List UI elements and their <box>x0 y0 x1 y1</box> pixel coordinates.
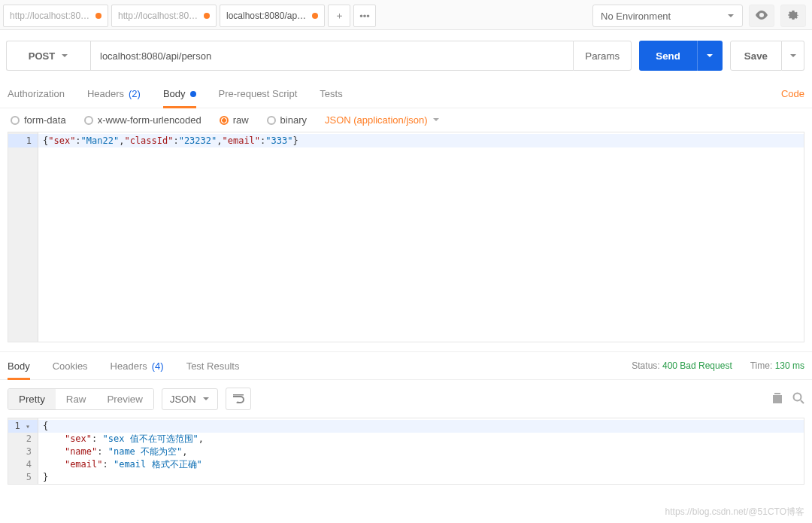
response-meta: Status: 400 Bad Request Time: 130 ms <box>632 360 804 371</box>
tab-body[interactable]: Body <box>163 81 196 108</box>
format-select[interactable]: JSON <box>162 388 218 410</box>
save-button-group: Save <box>730 41 804 71</box>
content-type-select[interactable]: JSON (application/json) <box>325 114 440 126</box>
body-type-urlencoded[interactable]: x-www-form-urlencoded <box>84 114 201 126</box>
response-view-bar: Pretty Raw Preview JSON <box>0 380 812 418</box>
time-label: Time: 130 ms <box>750 360 804 371</box>
send-button-group: Send <box>639 41 723 71</box>
body-options: form-data x-www-form-urlencoded raw bina… <box>0 108 812 132</box>
topbar: http://localhost:8002/ http://localhost:… <box>0 0 812 30</box>
environment-label: No Environment <box>601 11 671 22</box>
tab-prerequest[interactable]: Pre-request Script <box>219 80 298 108</box>
save-button[interactable]: Save <box>730 41 782 71</box>
environment-select[interactable]: No Environment <box>592 5 743 27</box>
tab-tests[interactable]: Tests <box>320 80 342 108</box>
view-mode-segment: Pretty Raw Preview <box>8 388 154 410</box>
resp-tab-body[interactable]: Body <box>8 353 30 380</box>
ellipsis-icon: ••• <box>359 11 370 22</box>
response-action-icons <box>771 392 804 406</box>
response-section-tabs: Body Cookies Headers (4) Test Results St… <box>0 351 812 380</box>
line-wrap-button[interactable] <box>226 388 251 410</box>
request-tab-3[interactable]: localhost:8080/api/pe <box>220 5 325 27</box>
svg-point-0 <box>794 393 801 400</box>
resp-tab-test-results[interactable]: Test Results <box>186 352 240 379</box>
code-link[interactable]: Code <box>781 88 804 99</box>
body-type-raw[interactable]: raw <box>220 114 249 126</box>
eye-icon <box>755 11 768 22</box>
view-raw[interactable]: Raw <box>56 389 97 409</box>
tab-title: http://localhost:8002/ <box>10 11 91 21</box>
chevron-down-icon <box>432 114 440 126</box>
send-button[interactable]: Send <box>639 41 697 71</box>
resp-tab-cookies[interactable]: Cookies <box>53 352 88 379</box>
tab-authorization[interactable]: Authorization <box>8 80 65 108</box>
body-indicator-icon <box>190 91 196 97</box>
status-value: 400 Bad Request <box>662 360 732 371</box>
params-button[interactable]: Params <box>573 41 632 71</box>
editor-code-area[interactable]: { "sex": "sex 值不在可选范围", "name": "name 不能… <box>38 418 804 484</box>
unsaved-dot-icon <box>204 13 210 19</box>
resp-headers-count: (4) <box>152 360 164 372</box>
tabstrip: http://localhost:8002/ http://localhost:… <box>3 0 586 27</box>
settings-button[interactable] <box>780 5 806 27</box>
save-dropdown-button[interactable] <box>782 41 804 71</box>
method-select[interactable]: POST <box>6 41 90 71</box>
unsaved-dot-icon <box>95 13 102 19</box>
view-preview[interactable]: Preview <box>96 389 153 409</box>
environment-area: No Environment <box>586 0 812 27</box>
wrap-icon <box>232 393 244 406</box>
status-label: Status: 400 Bad Request <box>632 360 732 371</box>
more-tabs-button[interactable]: ••• <box>353 5 376 27</box>
gear-icon <box>787 9 799 23</box>
time-value: 130 ms <box>775 360 804 371</box>
request-row: POST Params Send Save <box>0 30 812 80</box>
radio-icon <box>84 116 93 125</box>
request-tab-2[interactable]: http://localhost:8002/ <box>111 5 217 27</box>
env-preview-button[interactable] <box>749 5 774 27</box>
chevron-down-icon <box>727 11 735 22</box>
editor-gutter: 1 ▾ 2 3 4 5 <box>8 418 38 484</box>
new-tab-button[interactable]: ＋ <box>328 5 350 27</box>
chevron-down-icon <box>706 50 714 62</box>
request-body-editor[interactable]: 1 {"sex":"Man22","classId":"23232","emai… <box>8 132 804 342</box>
request-section-tabs: Authorization Headers (2) Body Pre-reque… <box>0 80 812 108</box>
unsaved-dot-icon <box>312 13 318 19</box>
plus-icon: ＋ <box>335 9 344 23</box>
send-dropdown-button[interactable] <box>697 41 723 71</box>
search-icon[interactable] <box>792 392 804 406</box>
radio-icon <box>267 116 276 125</box>
watermark-text: https://blog.csdn.net/@51CTO博客 <box>665 506 804 518</box>
url-input[interactable] <box>90 41 573 71</box>
response-body-editor[interactable]: 1 ▾ 2 3 4 5 { "sex": "sex 值不在可选范围", "nam… <box>8 418 804 485</box>
view-pretty[interactable]: Pretty <box>8 389 56 409</box>
copy-icon[interactable] <box>771 392 783 406</box>
method-label: POST <box>29 50 55 62</box>
tab-title: localhost:8080/api/pe <box>226 11 308 21</box>
body-type-binary[interactable]: binary <box>267 114 307 126</box>
radio-icon <box>11 116 20 125</box>
body-type-form-data[interactable]: form-data <box>11 114 66 126</box>
request-tab-1[interactable]: http://localhost:8002/ <box>3 5 108 27</box>
chevron-down-icon <box>202 394 210 405</box>
chevron-down-icon <box>789 50 797 62</box>
fold-icon[interactable]: ▾ <box>26 422 30 430</box>
tab-headers[interactable]: Headers (2) <box>87 80 141 108</box>
tab-title: http://localhost:8002/ <box>118 11 199 21</box>
resp-tab-headers[interactable]: Headers (4) <box>111 352 164 379</box>
editor-gutter: 1 <box>8 132 38 342</box>
headers-count: (2) <box>129 88 141 99</box>
chevron-down-icon <box>61 50 68 62</box>
radio-checked-icon <box>220 116 229 125</box>
editor-code-area[interactable]: {"sex":"Man22","classId":"23232","email"… <box>38 132 804 342</box>
